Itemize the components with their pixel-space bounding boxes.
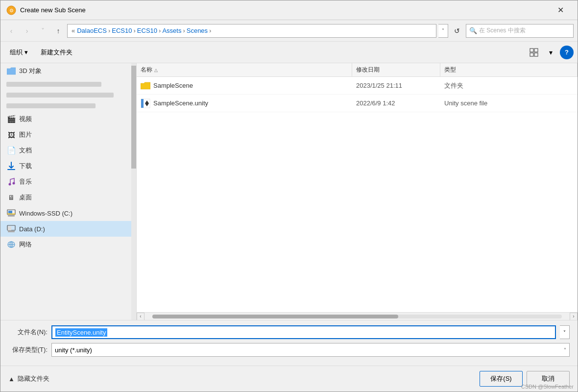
organize-button[interactable]: 组织 ▾: [4, 45, 33, 60]
file-row-samplescene-folder[interactable]: SampleScene 2023/1/25 21:11 文件夹: [137, 77, 578, 95]
sidebar-wrapper: 3D 对象: [0, 63, 137, 320]
address-dropdown[interactable]: ˅: [438, 24, 448, 38]
search-box[interactable]: 🔍 在 Scenes 中搜索: [466, 24, 574, 38]
file-row-samplescene-unity[interactable]: SampleScene.unity 2022/6/9 1:42 Unity sc…: [137, 95, 578, 112]
svg-point-7: [9, 183, 11, 186]
watermark: CSDN @SlowFeather: [521, 384, 574, 390]
address-bar: ‹ › ˅ ↑ « DalaoECS › ECS10 › ECS10 › Ass…: [0, 20, 578, 42]
file-cell-name-unity: SampleScene.unity: [137, 98, 352, 108]
main-content: 3D 对象: [0, 63, 578, 320]
view-icon: [530, 48, 538, 57]
filetype-dropdown-arrow: ˅: [564, 347, 566, 353]
up-button[interactable]: ↑: [51, 24, 65, 38]
search-icon: 🔍: [469, 27, 477, 34]
sidebar: 3D 对象: [0, 63, 131, 320]
svg-rect-2: [530, 49, 533, 52]
sidebar-item-music[interactable]: 音乐: [0, 174, 131, 190]
svg-rect-4: [530, 53, 533, 56]
filetype-select[interactable]: unity (*.unity) ˅: [51, 343, 570, 357]
refresh-button[interactable]: ↺: [450, 24, 464, 38]
svg-rect-20: [141, 99, 144, 108]
dialog-icon: ⚙: [6, 5, 16, 15]
path-assets[interactable]: Assets: [162, 27, 181, 34]
sort-arrow: △: [154, 68, 158, 73]
filetype-value: unity (*.unity): [55, 346, 92, 354]
file-cell-type-unity: Unity scene file: [440, 99, 578, 107]
search-placeholder: 在 Scenes 中搜索: [479, 26, 526, 35]
path-ecs10-1[interactable]: ECS10: [112, 27, 132, 34]
file-cell-date-unity: 2022/6/9 1:42: [352, 99, 440, 107]
sidebar-item-downloads[interactable]: 下载: [0, 158, 131, 174]
sidebar-label-windows-ssd: Windows-SSD (C:): [19, 210, 72, 217]
filename-row: 文件名(N): EntityScene.unity ˅: [8, 325, 570, 339]
save-button[interactable]: 保存(S): [480, 371, 523, 387]
dropdown-button[interactable]: ˅: [36, 24, 49, 38]
h-scroll-right[interactable]: ›: [570, 313, 578, 320]
col-header-type[interactable]: 类型: [440, 63, 578, 76]
folder-icon-3d: [6, 66, 16, 76]
file-area: 名称 △ 修改日期 类型: [137, 63, 578, 320]
drive-c-icon: [6, 208, 16, 218]
svg-rect-3: [534, 49, 538, 52]
help-button[interactable]: ?: [560, 46, 574, 59]
back-button[interactable]: ‹: [4, 24, 18, 38]
file-cell-date-folder: 2023/1/25 21:11: [352, 82, 440, 89]
h-scroll-thumb[interactable]: [152, 315, 398, 318]
toolbar: 组织 ▾ 新建文件夹 ▾ ?: [0, 42, 578, 63]
sidebar-item-images[interactable]: 🖼 图片: [0, 127, 131, 143]
svg-text:⚙: ⚙: [9, 8, 14, 13]
svg-point-8: [13, 182, 15, 185]
h-scroll-area: ‹ ›: [137, 312, 578, 320]
drive-d-icon: [6, 224, 16, 234]
sidebar-scroll-thumb[interactable]: [131, 66, 136, 169]
folder-icon: [141, 81, 150, 91]
document-icon: 📄: [6, 146, 16, 155]
image-icon: 🖼: [6, 130, 16, 140]
sidebar-label-downloads: 下载: [19, 162, 32, 171]
sidebar-label-desktop: 桌面: [19, 193, 32, 202]
sidebar-item-videos[interactable]: 🎬 视频: [0, 111, 131, 127]
file-list: SampleScene 2023/1/25 21:11 文件夹: [137, 77, 578, 312]
sidebar-item-windows-ssd[interactable]: Windows-SSD (C:): [0, 205, 131, 221]
col-header-date[interactable]: 修改日期: [352, 63, 440, 76]
filetype-label: 保存类型(T):: [8, 345, 48, 354]
sidebar-item-network[interactable]: 网络: [0, 237, 131, 252]
view-button[interactable]: [527, 46, 541, 59]
path-scenes[interactable]: Scenes: [187, 27, 208, 34]
path-dalaoecs[interactable]: DalaoECS: [77, 27, 107, 34]
sidebar-item-data-d[interactable]: Data (D:): [0, 221, 131, 237]
sidebar-item-documents[interactable]: 📄 文档: [0, 143, 131, 158]
hide-folders-toggle[interactable]: ▲ 隐藏文件夹: [8, 374, 49, 383]
sidebar-label-3d-objects: 3D 对象: [19, 67, 42, 75]
sidebar-label-documents: 文档: [19, 146, 32, 155]
file-cell-type-folder: 文件夹: [440, 81, 578, 90]
new-folder-button[interactable]: 新建文件夹: [35, 45, 78, 60]
sidebar-item-desktop[interactable]: 🖥 桌面: [0, 190, 131, 205]
sidebar-label-music: 音乐: [19, 177, 32, 186]
address-box[interactable]: « DalaoECS › ECS10 › ECS10 › Assets › Sc…: [67, 24, 436, 38]
col-header-name[interactable]: 名称 △: [137, 63, 352, 76]
sidebar-item-blurred-2: [0, 90, 131, 100]
svg-rect-5: [534, 53, 538, 56]
sidebar-label-images: 图片: [19, 130, 32, 139]
view-dropdown-button[interactable]: ▾: [543, 46, 558, 59]
download-icon: [6, 161, 16, 171]
close-button[interactable]: ✕: [549, 3, 572, 18]
sidebar-label-data-d: Data (D:): [19, 225, 45, 233]
h-scroll-left[interactable]: ‹: [137, 313, 144, 320]
forward-button[interactable]: ›: [20, 24, 34, 38]
sidebar-label-network: 网络: [19, 240, 32, 249]
filename-dropdown[interactable]: ˅: [560, 325, 570, 339]
footer: ▲ 隐藏文件夹 保存(S) 取消: [0, 366, 578, 392]
path-ecs10-2[interactable]: ECS10: [137, 27, 157, 34]
video-icon: 🎬: [6, 114, 16, 124]
filetype-row: 保存类型(T): unity (*.unity) ˅: [8, 343, 570, 357]
file-header: 名称 △ 修改日期 类型: [137, 63, 578, 77]
filename-input[interactable]: EntityScene.unity: [51, 325, 556, 339]
network-icon: [6, 240, 16, 249]
sidebar-scrollbar[interactable]: [131, 63, 136, 320]
sidebar-item-3d-objects[interactable]: 3D 对象: [0, 63, 131, 79]
title-bar: ⚙ Create new Sub Scene ✕: [0, 0, 578, 20]
unity-file-icon: [141, 98, 150, 108]
sidebar-item-blurred-1: [0, 79, 131, 90]
